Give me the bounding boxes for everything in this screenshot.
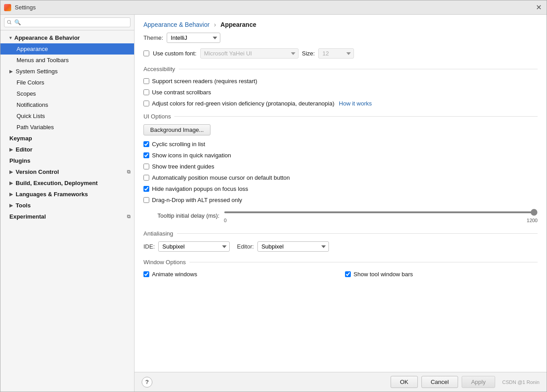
sidebar-item-quick-lists[interactable]: Quick Lists <box>0 110 134 122</box>
background-image-button[interactable]: Background Image... <box>143 124 210 135</box>
cyclic-scrolling-checkbox[interactable] <box>143 141 149 147</box>
ui-options-header: UI Options <box>143 113 538 120</box>
sidebar-item-appearance-behavior[interactable]: ▾ Appearance & Behavior <box>0 32 134 43</box>
font-select: Microsoft YaHei UI <box>200 48 299 59</box>
settings-panel: Theme: IntelliJ Darcula High Contrast Us… <box>135 33 547 372</box>
drag-drop-alt-row: Drag-n-Drop with ALT pressed only <box>143 196 538 204</box>
auto-position-label[interactable]: Automatically position mouse cursor on d… <box>152 174 290 181</box>
hide-nav-popups-label[interactable]: Hide navigation popups on focus loss <box>152 185 248 192</box>
sidebar-item-plugins[interactable]: Plugins <box>0 155 134 166</box>
ide-aa-select[interactable]: Subpixel Greyscale No antialiasing <box>158 241 230 252</box>
slider-min: 0 <box>224 218 227 223</box>
copy-icon: ⧉ <box>127 169 130 175</box>
main-content: ▾ Appearance & Behavior Appearance Menus… <box>0 15 547 392</box>
animate-windows-label[interactable]: Animate windows <box>152 271 197 278</box>
screen-readers-checkbox[interactable] <box>143 78 149 84</box>
sidebar-item-path-variables[interactable]: Path Variables <box>0 122 134 133</box>
hide-nav-popups-row: Hide navigation popups on focus loss <box>143 185 538 193</box>
window-options-rows: Animate windows Show tool window bars <box>143 270 538 281</box>
sidebar-item-languages-frameworks[interactable]: ▶ Languages & Frameworks <box>0 189 134 200</box>
appearance-behavior-label: Appearance & Behavior <box>14 34 80 41</box>
close-button[interactable]: ✕ <box>534 3 543 12</box>
chevron-right-icon: ▶ <box>9 181 13 185</box>
editor-aa-select[interactable]: Subpixel Greyscale No antialiasing <box>257 241 329 252</box>
show-tool-window-bars-checkbox[interactable] <box>345 271 351 277</box>
quick-nav-icons-label[interactable]: Show icons in quick navigation <box>152 152 231 159</box>
slider-track <box>224 208 538 217</box>
breadcrumb-parent[interactable]: Appearance & Behavior <box>143 21 210 28</box>
how-it-works-link[interactable]: How it works <box>339 100 372 107</box>
cyclic-scrolling-label[interactable]: Cyclic scrolling in list <box>152 141 205 148</box>
breadcrumb: Appearance & Behavior › Appearance <box>135 15 547 33</box>
chevron-right-icon: ▶ <box>9 203 13 208</box>
hide-nav-popups-checkbox[interactable] <box>143 186 149 192</box>
sidebar-item-system-settings[interactable]: ▶ System Settings <box>0 66 134 77</box>
app-icon <box>4 4 11 11</box>
search-box <box>0 15 134 30</box>
cancel-button[interactable]: Cancel <box>421 376 458 388</box>
sidebar-nav: ▾ Appearance & Behavior Appearance Menus… <box>0 30 134 224</box>
screen-readers-label[interactable]: Support screen readers (requires restart… <box>152 78 257 84</box>
tooltip-slider[interactable] <box>224 211 538 213</box>
sidebar-item-keymap[interactable]: Keymap <box>0 133 134 144</box>
color-deficiency-row: Adjust colors for red-green vision defic… <box>143 99 538 108</box>
ide-aa-label: IDE: <box>143 243 155 250</box>
tree-indent-checkbox[interactable] <box>143 164 149 169</box>
sidebar-item-notifications[interactable]: Notifications <box>0 99 134 110</box>
drag-drop-alt-label[interactable]: Drag-n-Drop with ALT pressed only <box>152 197 242 203</box>
help-button[interactable]: ? <box>142 377 152 388</box>
tooltip-label: Tooltip initial delay (ms): <box>143 212 219 219</box>
animate-windows-checkbox[interactable] <box>143 271 149 277</box>
window-options-header: Window Options <box>143 259 538 266</box>
sidebar-item-experimental[interactable]: Experimental ⧉ <box>0 211 134 222</box>
titlebar: Settings ✕ <box>0 0 547 15</box>
ok-button[interactable]: OK <box>391 376 418 388</box>
slider-labels: 0 1200 <box>224 218 538 223</box>
color-deficiency-checkbox[interactable] <box>143 101 149 106</box>
use-custom-font-label: Use custom font: <box>153 50 197 57</box>
auto-position-checkbox[interactable] <box>143 175 149 181</box>
sidebar-item-menus-toolbars[interactable]: Menus and Toolbars <box>0 55 134 66</box>
sidebar: ▾ Appearance & Behavior Appearance Menus… <box>0 15 135 392</box>
antialiasing-row: IDE: Subpixel Greyscale No antialiasing … <box>143 241 538 252</box>
chevron-right-icon: ▶ <box>9 169 13 174</box>
color-deficiency-label[interactable]: Adjust colors for red-green vision defic… <box>152 100 334 107</box>
theme-label: Theme: <box>143 34 163 41</box>
tooltip-slider-row: Tooltip initial delay (ms): 0 1200 <box>143 208 538 223</box>
sidebar-item-file-colors[interactable]: File Colors ⧉ <box>0 77 134 88</box>
tree-indent-label[interactable]: Show tree indent guides <box>152 163 214 170</box>
sidebar-item-version-control[interactable]: ▶ Version Control ⧉ <box>0 166 134 177</box>
size-label: Size: <box>302 50 315 57</box>
font-row: Use custom font: Microsoft YaHei UI Size… <box>143 48 538 59</box>
breadcrumb-current: Appearance <box>220 21 256 28</box>
quick-nav-icons-row: Show icons in quick navigation <box>143 151 538 160</box>
use-custom-font-checkbox[interactable] <box>143 51 149 56</box>
editor-aa-label: Editor: <box>237 243 254 250</box>
apply-button[interactable]: Apply <box>462 376 495 388</box>
screen-readers-row: Support screen readers (requires restart… <box>143 77 538 85</box>
window-title: Settings <box>15 4 534 11</box>
contrast-scrollbars-checkbox[interactable] <box>143 89 149 95</box>
auto-position-row: Automatically position mouse cursor on d… <box>143 173 538 182</box>
editor-aa-field: Editor: Subpixel Greyscale No antialiasi… <box>237 241 329 252</box>
show-tool-window-bars-label[interactable]: Show tool window bars <box>353 271 413 278</box>
sidebar-item-tools[interactable]: ▶ Tools <box>0 200 134 211</box>
contrast-scrollbars-label[interactable]: Use contrast scrollbars <box>152 89 211 96</box>
show-tool-window-bars-row: Show tool window bars <box>345 270 538 278</box>
quick-nav-icons-checkbox[interactable] <box>143 152 149 158</box>
sidebar-item-build-execution[interactable]: ▶ Build, Execution, Deployment <box>0 177 134 189</box>
sidebar-item-editor[interactable]: ▶ Editor <box>0 144 134 155</box>
chevron-right-icon: ▶ <box>9 192 13 197</box>
sidebar-item-scopes[interactable]: Scopes ⧉ <box>0 88 134 99</box>
content-panel: Appearance & Behavior › Appearance Theme… <box>135 15 547 392</box>
breadcrumb-separator: › <box>214 21 216 28</box>
drag-drop-alt-checkbox[interactable] <box>143 197 149 203</box>
chevron-down-icon: ▾ <box>9 35 12 40</box>
theme-select[interactable]: IntelliJ Darcula High Contrast <box>167 33 220 43</box>
theme-row: Theme: IntelliJ Darcula High Contrast <box>143 33 538 43</box>
copy-icon: ⧉ <box>127 214 130 219</box>
cyclic-scrolling-row: Cyclic scrolling in list <box>143 140 538 148</box>
sidebar-item-appearance[interactable]: Appearance <box>0 43 134 55</box>
animate-windows-row: Animate windows <box>143 270 336 278</box>
search-input[interactable] <box>4 17 130 27</box>
